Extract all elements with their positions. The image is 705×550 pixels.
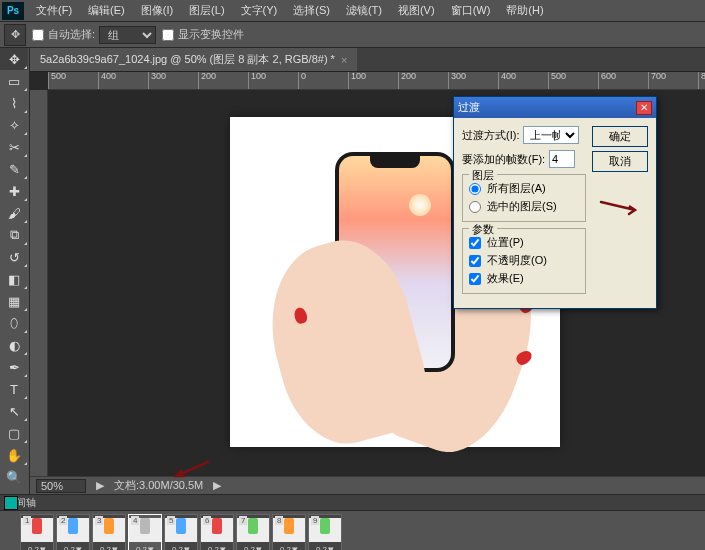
ok-button[interactable]: 确定 [592, 126, 648, 147]
timeline-frame[interactable]: 80.2▾ [272, 514, 306, 550]
marquee-tool[interactable]: ▭ [0, 70, 28, 92]
frame-number: 4 [131, 516, 139, 525]
ruler-tick: 500 [548, 72, 598, 90]
frame-number: 2 [59, 516, 67, 525]
ruler-tick: 200 [198, 72, 248, 90]
opacity-checkbox[interactable]: 不透明度(O) [469, 253, 579, 268]
frame-delay[interactable]: 0.2▾ [165, 542, 197, 550]
frame-number: 3 [95, 516, 103, 525]
frame-delay[interactable]: 0.2▾ [273, 542, 305, 550]
auto-select-option[interactable]: 自动选择: 组 [32, 26, 156, 44]
auto-select-dropdown[interactable]: 组 [99, 26, 156, 44]
selected-layers-radio[interactable]: 选中的图层(S) [469, 199, 579, 214]
chevron-right-icon[interactable]: ▶ [213, 479, 221, 492]
timeline-frames: 10.2▾20.2▾30.2▾40.2▾50.2▾60.2▾70.2▾80.2▾… [0, 511, 705, 550]
timeline-frame[interactable]: 10.2▾ [20, 514, 54, 550]
effect-checkbox[interactable]: 效果(E) [469, 271, 579, 286]
frame-delay[interactable]: 0.2▾ [57, 542, 89, 550]
doc-info: 文档:3.00M/30.5M [114, 478, 203, 493]
stamp-tool[interactable]: ⧉ [0, 224, 28, 246]
annotation-arrow-2 [170, 460, 210, 480]
dodge-tool[interactable]: ◐ [0, 334, 28, 356]
ruler-tick: 300 [148, 72, 198, 90]
timeline-frame[interactable]: 50.2▾ [164, 514, 198, 550]
frames-to-add-input[interactable] [549, 150, 575, 168]
blur-tool[interactable]: ⬯ [0, 312, 28, 334]
ruler-tick: 200 [398, 72, 448, 90]
crop-tool[interactable]: ✂ [0, 136, 28, 158]
shape-tool[interactable]: ▢ [0, 422, 28, 444]
ruler-tick: 700 [648, 72, 698, 90]
timeline-frame[interactable]: 70.2▾ [236, 514, 270, 550]
timeline-header[interactable]: 时间轴 [0, 495, 705, 511]
ruler-tick: 500 [48, 72, 98, 90]
timeline-frame[interactable]: 90.2▾ [308, 514, 342, 550]
dialog-titlebar[interactable]: 过渡 ✕ [454, 97, 656, 118]
wand-tool[interactable]: ✧ [0, 114, 28, 136]
ruler-horizontal: 5004003002001000100200300400500600700800… [48, 72, 705, 90]
frame-delay[interactable]: 0.2▾ [129, 542, 161, 550]
gradient-tool[interactable]: ▦ [0, 290, 28, 312]
menu-item[interactable]: 图层(L) [181, 0, 232, 21]
heal-tool[interactable]: ✚ [0, 180, 28, 202]
history-brush-tool[interactable]: ↺ [0, 246, 28, 268]
frames-to-add-label: 要添加的帧数(F): [462, 152, 545, 167]
document-tab[interactable]: 5a2a6b39c9a67_1024.jpg @ 50% (图层 8 副本 2,… [30, 47, 357, 71]
timeline-frame[interactable]: 30.2▾ [92, 514, 126, 550]
menu-item[interactable]: 文件(F) [28, 0, 80, 21]
menu-item[interactable]: 选择(S) [285, 0, 338, 21]
document-tab-bar: 5a2a6b39c9a67_1024.jpg @ 50% (图层 8 副本 2,… [0, 48, 705, 72]
ruler-tick: 100 [348, 72, 398, 90]
chevron-right-icon[interactable]: ▶ [96, 479, 104, 492]
frame-delay[interactable]: 0.2▾ [309, 542, 341, 550]
menu-item[interactable]: 视图(V) [390, 0, 443, 21]
pen-tool[interactable]: ✒ [0, 356, 28, 378]
brush-tool[interactable]: 🖌 [0, 202, 28, 224]
move-tool[interactable]: ✥ [0, 48, 28, 70]
timeline-frame[interactable]: 60.2▾ [200, 514, 234, 550]
tool-palette: ✥ ▭ ⌇ ✧ ✂ ✎ ✚ 🖌 ⧉ ↺ ◧ ▦ ⬯ ◐ ✒ T ↖ ▢ ✋ 🔍 [0, 48, 30, 524]
frame-number: 8 [275, 516, 283, 525]
params-group: 参数 位置(P) 不透明度(O) 效果(E) [462, 228, 586, 294]
eyedropper-tool[interactable]: ✎ [0, 158, 28, 180]
menu-item[interactable]: 文字(Y) [233, 0, 286, 21]
ruler-tick: 300 [448, 72, 498, 90]
move-tool-icon[interactable]: ✥ [4, 24, 26, 46]
status-bar: 50% ▶ 文档:3.00M/30.5M ▶ [30, 476, 705, 494]
cancel-button[interactable]: 取消 [592, 151, 648, 172]
all-layers-radio[interactable]: 所有图层(A) [469, 181, 579, 196]
frame-delay[interactable]: 0.2▾ [93, 542, 125, 550]
position-checkbox[interactable]: 位置(P) [469, 235, 579, 250]
frame-delay[interactable]: 0.2▾ [21, 542, 53, 550]
dialog-close-button[interactable]: ✕ [636, 101, 652, 115]
menu-item[interactable]: 编辑(E) [80, 0, 133, 21]
type-tool[interactable]: T [0, 378, 28, 400]
path-tool[interactable]: ↖ [0, 400, 28, 422]
zoom-level[interactable]: 50% [36, 479, 86, 493]
ruler-tick: 0 [298, 72, 348, 90]
close-icon[interactable]: × [341, 54, 347, 66]
menu-item[interactable]: 窗口(W) [443, 0, 499, 21]
frame-number: 6 [203, 516, 211, 525]
eraser-tool[interactable]: ◧ [0, 268, 28, 290]
timeline-frame[interactable]: 40.2▾ [128, 514, 162, 550]
tween-mode-select[interactable]: 上一帧 [523, 126, 579, 144]
app-logo: Ps [2, 2, 24, 20]
timeline-frame[interactable]: 20.2▾ [56, 514, 90, 550]
frame-delay[interactable]: 0.2▾ [237, 542, 269, 550]
menu-item[interactable]: 滤镜(T) [338, 0, 390, 21]
ruler-tick: 100 [248, 72, 298, 90]
ruler-tick: 400 [98, 72, 148, 90]
show-transform-option[interactable]: 显示变换控件 [162, 27, 244, 42]
menu-item[interactable]: 图像(I) [133, 0, 181, 21]
ruler-tick: 600 [598, 72, 648, 90]
menu-item[interactable]: 帮助(H) [498, 0, 551, 21]
ruler-vertical [30, 90, 48, 480]
ruler-tick: 800 [698, 72, 705, 90]
zoom-tool[interactable]: 🔍 [0, 466, 28, 488]
foreground-swatch[interactable] [4, 496, 18, 510]
frame-number: 9 [311, 516, 319, 525]
hand-tool[interactable]: ✋ [0, 444, 28, 466]
lasso-tool[interactable]: ⌇ [0, 92, 28, 114]
frame-delay[interactable]: 0.2▾ [201, 542, 233, 550]
